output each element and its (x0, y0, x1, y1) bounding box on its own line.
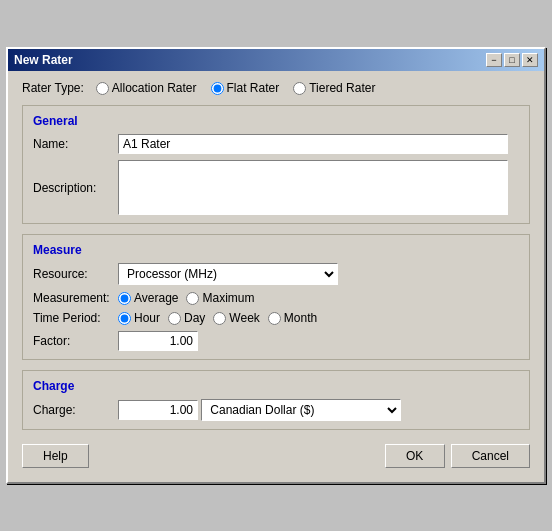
title-bar-buttons: − □ ✕ (486, 53, 538, 67)
charge-label: Charge: (33, 403, 118, 417)
average-radio[interactable] (118, 292, 131, 305)
week-option[interactable]: Week (213, 311, 259, 325)
help-button[interactable]: Help (22, 444, 89, 468)
name-row: Name: (33, 134, 519, 154)
month-radio[interactable] (268, 312, 281, 325)
hour-label: Hour (134, 311, 160, 325)
right-buttons: OK Cancel (385, 444, 530, 468)
hour-radio[interactable] (118, 312, 131, 325)
charge-section-label: Charge (33, 379, 519, 393)
maximum-radio[interactable] (186, 292, 199, 305)
average-option[interactable]: Average (118, 291, 178, 305)
description-row: Description: (33, 160, 519, 215)
rater-type-row: Rater Type: Allocation Rater Flat Rater … (22, 81, 530, 95)
tiered-rater-radio[interactable] (293, 82, 306, 95)
charge-input[interactable] (118, 400, 198, 420)
maximize-button[interactable]: □ (504, 53, 520, 67)
resource-label: Resource: (33, 267, 118, 281)
rater-type-label: Rater Type: (22, 81, 84, 95)
week-label: Week (229, 311, 259, 325)
factor-input[interactable] (118, 331, 198, 351)
window-content: Rater Type: Allocation Rater Flat Rater … (8, 71, 544, 482)
allocation-rater-radio[interactable] (96, 82, 109, 95)
measurement-radio-group: Average Maximum (118, 291, 261, 305)
buttons-row: Help OK Cancel (22, 440, 530, 472)
factor-row: Factor: (33, 331, 519, 351)
day-label: Day (184, 311, 205, 325)
description-input[interactable] (118, 160, 508, 215)
name-input[interactable] (118, 134, 508, 154)
tiered-rater-label: Tiered Rater (309, 81, 375, 95)
factor-label: Factor: (33, 334, 118, 348)
description-label: Description: (33, 181, 118, 195)
measure-section: Measure Resource: Processor (MHz) Memory… (22, 234, 530, 360)
month-option[interactable]: Month (268, 311, 317, 325)
ok-button[interactable]: OK (385, 444, 445, 468)
minimize-button[interactable]: − (486, 53, 502, 67)
allocation-rater-option[interactable]: Allocation Rater (96, 81, 197, 95)
measure-section-label: Measure (33, 243, 519, 257)
cancel-button[interactable]: Cancel (451, 444, 530, 468)
charge-section: Charge Charge: Canadian Dollar ($) US Do… (22, 370, 530, 430)
name-label: Name: (33, 137, 118, 151)
charge-row: Charge: Canadian Dollar ($) US Dollar ($… (33, 399, 519, 421)
day-radio[interactable] (168, 312, 181, 325)
currency-select[interactable]: Canadian Dollar ($) US Dollar ($) Euro (… (201, 399, 401, 421)
allocation-rater-label: Allocation Rater (112, 81, 197, 95)
flat-rater-label: Flat Rater (227, 81, 280, 95)
flat-rater-radio[interactable] (211, 82, 224, 95)
resource-select[interactable]: Processor (MHz) Memory (MB) Storage (GB) (118, 263, 338, 285)
month-label: Month (284, 311, 317, 325)
maximum-label: Maximum (202, 291, 254, 305)
resource-row: Resource: Processor (MHz) Memory (MB) St… (33, 263, 519, 285)
measurement-row: Measurement: Average Maximum (33, 291, 519, 305)
day-option[interactable]: Day (168, 311, 205, 325)
general-section-label: General (33, 114, 519, 128)
maximum-option[interactable]: Maximum (186, 291, 254, 305)
flat-rater-option[interactable]: Flat Rater (211, 81, 280, 95)
tiered-rater-option[interactable]: Tiered Rater (293, 81, 375, 95)
title-bar: New Rater − □ ✕ (8, 49, 544, 71)
time-period-label: Time Period: (33, 311, 118, 325)
time-period-radio-group: Hour Day Week Month (118, 311, 323, 325)
time-period-row: Time Period: Hour Day Week (33, 311, 519, 325)
hour-option[interactable]: Hour (118, 311, 160, 325)
new-rater-window: New Rater − □ ✕ Rater Type: Allocation R… (6, 47, 546, 484)
week-radio[interactable] (213, 312, 226, 325)
average-label: Average (134, 291, 178, 305)
window-title: New Rater (14, 53, 73, 67)
close-button[interactable]: ✕ (522, 53, 538, 67)
general-section: General Name: Description: (22, 105, 530, 224)
measurement-label: Measurement: (33, 291, 118, 305)
